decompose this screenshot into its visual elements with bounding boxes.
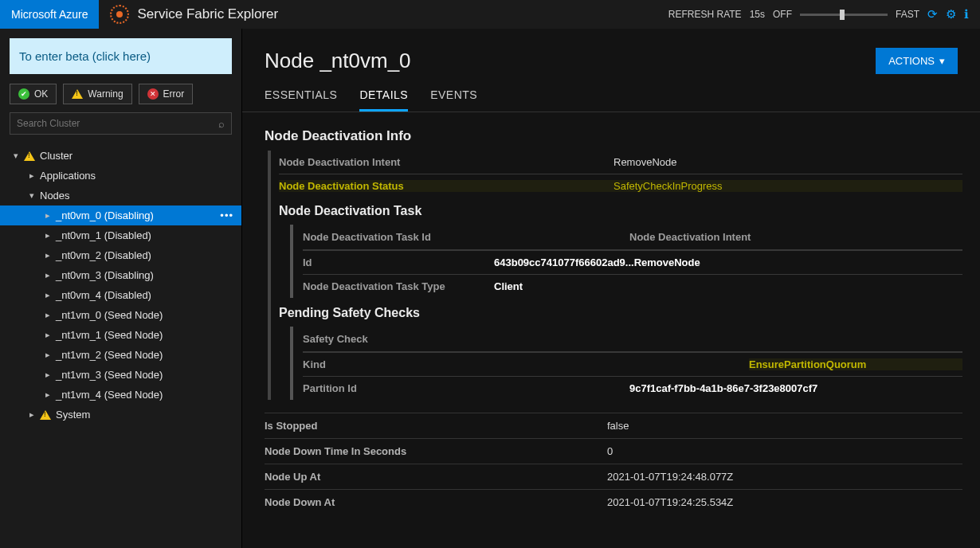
prop-label: Is Stopped	[265, 420, 607, 432]
page-title: Node _nt0vm_0	[265, 49, 411, 73]
prop-label: Node Up At	[265, 471, 607, 483]
tree-node-item[interactable]: ▸_nt0vm_4 (Disabled)	[0, 285, 241, 305]
nav-tree: ▾Cluster ▸Applications ▾Nodes ▸_nt0vm_0 …	[0, 143, 241, 428]
task-id-header: Node Deactivation Task Id	[303, 231, 629, 243]
kind-value: EnsurePartitionQuorum	[749, 358, 962, 370]
deact-status-label: Node Deactivation Status	[279, 180, 613, 192]
chevron-right-icon: ▸	[43, 389, 53, 400]
deact-task-block: Node Deactivation Task Id Node Deactivat…	[290, 225, 962, 298]
kind-label: Kind	[303, 358, 749, 370]
info-icon[interactable]: ℹ	[964, 7, 969, 22]
tab-details[interactable]: DETAILS	[359, 88, 408, 112]
chevron-right-icon: ▸	[43, 270, 53, 280]
chevron-right-icon: ▸	[43, 330, 53, 340]
task-intent-value: RemoveNode	[634, 256, 962, 268]
chevron-right-icon: ▸	[43, 230, 53, 241]
sidebar: To enter beta (click here) ✔OK Warning ✕…	[0, 29, 242, 548]
tree-applications[interactable]: ▸Applications	[0, 166, 241, 186]
task-type-value: Client	[494, 280, 962, 292]
property-row: Node Up At 2021-01-07T19:24:48.077Z	[265, 464, 962, 489]
task-id-value: 643b09cc741077f66602ad9...	[494, 256, 634, 268]
caret-down-icon: ▾	[939, 55, 945, 67]
task-intent-header: Node Deactivation Intent	[629, 231, 751, 243]
tab-essentials[interactable]: ESSENTIALS	[265, 88, 337, 112]
tree-node-item[interactable]: ▸_nt1vm_0 (Seed Node)	[0, 305, 241, 325]
tabs: ESSENTIALS DETAILS EVENTS	[242, 74, 980, 112]
chevron-right-icon: ▸	[43, 210, 53, 221]
deact-intent-label: Node Deactivation Intent	[279, 156, 613, 168]
search-input[interactable]	[10, 113, 212, 134]
deactivation-info-title: Node Deactivation Info	[265, 128, 962, 144]
chevron-right-icon: ▸	[27, 170, 37, 181]
tree-node-item[interactable]: ▸_nt0vm_3 (Disabling)	[0, 265, 241, 285]
refresh-icon[interactable]: ⟳	[927, 7, 938, 22]
property-row: Is Stopped false	[265, 413, 962, 438]
status-ok-button[interactable]: ✔OK	[10, 84, 57, 104]
tree-system[interactable]: ▸System	[0, 405, 241, 425]
check-icon: ✔	[18, 88, 29, 100]
chevron-right-icon: ▸	[43, 290, 53, 300]
warning-icon	[24, 151, 35, 161]
property-row: Node Down Time In Seconds 0	[265, 438, 962, 464]
task-type-label: Node Deactivation Task Type	[303, 280, 494, 292]
tree-node-item[interactable]: ▸_nt0vm_0 (Disabling)•••	[0, 206, 241, 225]
tree-node-item[interactable]: ▸_nt0vm_1 (Disabled)	[0, 225, 241, 245]
deact-status-value: SafetyCheckInProgress	[613, 180, 962, 192]
chevron-right-icon: ▸	[43, 310, 53, 320]
tree-node-item[interactable]: ▸_nt1vm_2 (Seed Node)	[0, 345, 241, 365]
warning-icon	[72, 89, 83, 99]
refresh-fast-label: FAST	[896, 9, 919, 20]
prop-label: Node Down Time In Seconds	[265, 445, 607, 457]
warning-icon	[40, 410, 51, 420]
refresh-slider[interactable]	[800, 14, 888, 16]
topbar: Microsoft Azure Service Fabric Explorer …	[0, 0, 980, 29]
chevron-right-icon: ▸	[27, 409, 37, 420]
tree-node-item[interactable]: ▸_nt0vm_2 (Disabled)	[0, 245, 241, 265]
gear-icon[interactable]: ⚙	[946, 7, 956, 22]
beta-banner[interactable]: To enter beta (click here)	[10, 38, 232, 74]
prop-value: 2021-01-07T19:24:48.077Z	[607, 471, 962, 483]
main-content: Node _nt0vm_0 ACTIONS▾ ESSENTIALS DETAIL…	[242, 29, 980, 548]
tree-nodes[interactable]: ▾Nodes	[0, 186, 241, 206]
error-icon: ✕	[147, 88, 159, 100]
property-row: Node Down At 2021-01-07T19:24:25.534Z	[265, 489, 962, 515]
task-id-label: Id	[303, 256, 494, 268]
azure-brand[interactable]: Microsoft Azure	[0, 0, 99, 29]
prop-value: 0	[607, 445, 962, 457]
pending-checks-title: Pending Safety Checks	[279, 306, 962, 320]
tree-node-item[interactable]: ▸_nt1vm_4 (Seed Node)	[0, 385, 241, 405]
chevron-right-icon: ▸	[43, 350, 53, 360]
service-fabric-logo-icon	[110, 5, 129, 24]
chevron-right-icon: ▸	[43, 250, 53, 260]
safety-check-header: Safety Check	[303, 333, 368, 345]
actions-button[interactable]: ACTIONS▾	[876, 48, 958, 74]
refresh-rate-label: REFRESH RATE	[668, 9, 742, 20]
search-icon[interactable]: ⌕	[212, 118, 231, 130]
tree-node-item[interactable]: ▸_nt1vm_3 (Seed Node)	[0, 365, 241, 385]
deactivation-info-block: Node Deactivation Intent RemoveNode Node…	[268, 151, 962, 400]
partition-label: Partition Id	[303, 382, 629, 394]
slider-thumb-icon[interactable]	[840, 10, 845, 20]
status-error-button[interactable]: ✕Error	[139, 84, 194, 104]
tree-node-item[interactable]: ▸_nt1vm_1 (Seed Node)	[0, 325, 241, 345]
prop-label: Node Down At	[265, 496, 607, 508]
deact-intent-value: RemoveNode	[613, 156, 962, 168]
deact-task-title: Node Deactivation Task	[279, 204, 962, 218]
app-title: Service Fabric Explorer	[137, 6, 278, 22]
more-icon[interactable]: •••	[220, 209, 233, 221]
search-cluster[interactable]: ⌕	[10, 112, 232, 135]
chevron-down-icon: ▾	[27, 190, 37, 201]
tree-cluster[interactable]: ▾Cluster	[0, 146, 241, 166]
chevron-right-icon: ▸	[43, 370, 53, 380]
pending-checks-block: Safety Check Kind EnsurePartitionQuorum …	[290, 327, 962, 400]
prop-value: 2021-01-07T19:24:25.534Z	[607, 496, 962, 508]
chevron-down-icon: ▾	[11, 151, 21, 161]
refresh-interval-value: 15s	[750, 9, 765, 20]
tab-events[interactable]: EVENTS	[430, 88, 477, 112]
partition-value: 9c7f1caf-f7bb-4a1b-86e7-3f23e8007cf7	[629, 382, 962, 394]
details-scroll[interactable]: Node Deactivation Info Node Deactivation…	[242, 112, 980, 548]
refresh-off-label: OFF	[773, 9, 792, 20]
status-warning-button[interactable]: Warning	[63, 84, 131, 104]
prop-value: false	[607, 420, 962, 432]
